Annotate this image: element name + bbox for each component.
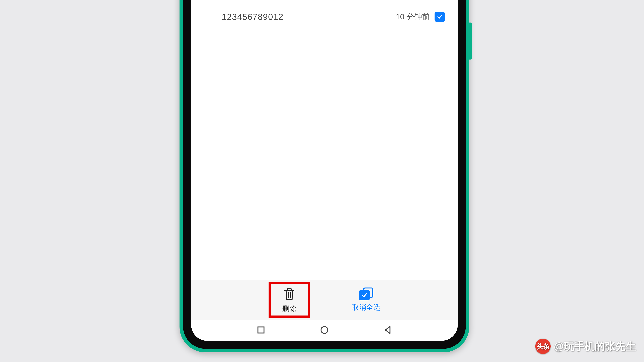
watermark-logo: 头条 [535, 339, 550, 354]
list-item[interactable]: 123456789012 10 分钟前 [204, 11, 445, 22]
bottom-toolbar: 删除 取消全选 [191, 280, 458, 320]
deselect-label: 取消全选 [352, 303, 380, 312]
item-checkbox[interactable] [434, 11, 445, 22]
delete-button[interactable]: 删除 [268, 282, 310, 318]
list-item-right: 10 分钟前 [396, 11, 445, 22]
watermark: 头条 @玩手机的张先生 [535, 339, 636, 354]
deselect-all-button[interactable]: 取消全选 [352, 288, 380, 312]
trash-icon [282, 287, 296, 302]
svg-point-1 [321, 327, 328, 334]
deselect-icon [359, 288, 373, 300]
delete-label: 删除 [282, 304, 296, 314]
phone-bezel: 123456789012 10 分钟前 [183, 0, 466, 349]
phone-screen: 123456789012 10 分钟前 [191, 0, 458, 341]
timestamp-text: 10 分钟前 [396, 11, 430, 22]
power-button [469, 22, 472, 59]
recents-icon[interactable] [256, 325, 266, 336]
svg-rect-0 [258, 327, 264, 333]
android-nav-bar [191, 320, 458, 341]
phone-frame: 123456789012 10 分钟前 [180, 0, 469, 352]
home-icon[interactable] [319, 325, 330, 336]
phone-number-text: 123456789012 [222, 12, 284, 22]
back-icon[interactable] [383, 325, 393, 336]
watermark-author: @玩手机的张先生 [554, 339, 636, 353]
check-icon [436, 13, 443, 20]
